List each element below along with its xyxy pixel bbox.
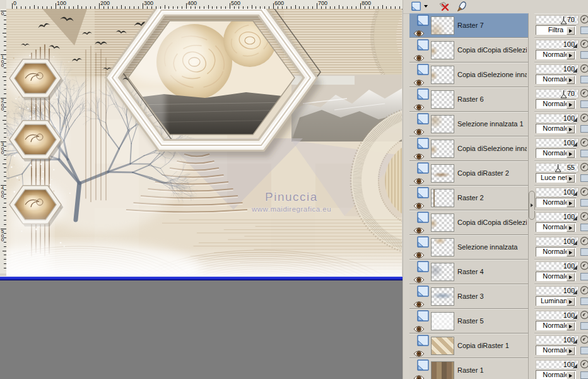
opacity-slider[interactable]: 100 [536, 188, 579, 197]
layer-row-raster-2[interactable]: Raster 2 [409, 186, 528, 210]
opacity-slider[interactable]: 100 [536, 360, 579, 370]
layer-thumbnail[interactable] [431, 287, 454, 306]
blend-mode-select[interactable]: Normale [536, 198, 576, 207]
blend-mode-select[interactable]: Normale [536, 346, 576, 355]
blend-mode-select[interactable]: Normale [536, 148, 576, 158]
layer-link-icon[interactable] [580, 224, 588, 231]
layer-link-icon[interactable] [580, 51, 588, 59]
blend-mode-arrow-button[interactable] [567, 199, 575, 207]
layer-thumbnail[interactable] [431, 337, 454, 355]
opacity-slider-thumb[interactable] [573, 44, 577, 48]
opacity-slider-thumb[interactable] [573, 142, 577, 147]
opacity-slider[interactable]: 100 [536, 311, 579, 320]
blend-mode-arrow-button[interactable] [567, 347, 575, 355]
blend-mode-arrow-button[interactable] [567, 27, 575, 35]
layer-row-copia-diraster-2[interactable]: Copia diRaster 2 [409, 161, 528, 186]
blend-mode-select[interactable]: Normale [536, 50, 576, 59]
opacity-slider[interactable]: 100 [536, 212, 579, 222]
layer-thumbnail[interactable] [431, 312, 454, 330]
opacity-slider-thumb[interactable] [573, 117, 577, 122]
layer-link-icon[interactable] [580, 371, 588, 379]
brush-variance-icon[interactable] [580, 236, 588, 248]
blend-mode-arrow-button[interactable] [567, 150, 575, 158]
new-layer-button[interactable] [408, 1, 430, 12]
layer-link-icon[interactable] [580, 76, 588, 83]
opacity-slider-thumb[interactable] [573, 216, 577, 220]
delete-layer-button[interactable] [436, 1, 452, 12]
layer-row-copia-dicopia-diselezione-in[interactable]: Copia diCopia diSelezione in [409, 210, 528, 235]
opacity-slider-thumb[interactable] [573, 68, 577, 73]
brush-variance-icon[interactable] [580, 162, 588, 174]
blend-mode-arrow-button[interactable] [567, 174, 575, 183]
layer-link-icon[interactable] [580, 174, 588, 182]
opacity-slider[interactable]: 100 [536, 114, 579, 123]
layer-link-icon[interactable] [580, 347, 588, 354]
opacity-slider[interactable]: 100 [536, 40, 579, 49]
blend-mode-arrow-button[interactable] [567, 298, 575, 306]
layer-thumbnail[interactable] [431, 189, 454, 207]
brush-variance-icon[interactable] [580, 64, 588, 76]
canvas-artwork[interactable]: Pinuccia www.maidiregrafica.eu [6, 9, 402, 276]
layer-thumbnail[interactable] [431, 115, 454, 133]
brush-variance-icon[interactable] [580, 88, 588, 100]
blend-mode-select[interactable]: Normale [536, 370, 576, 379]
layer-link-icon[interactable] [580, 322, 588, 330]
blend-mode-arrow-button[interactable] [567, 51, 575, 59]
brush-variance-icon[interactable] [580, 286, 588, 298]
blend-mode-select[interactable]: Normale [536, 75, 576, 84]
blend-mode-arrow-button[interactable] [567, 224, 575, 232]
brush-variance-icon[interactable] [580, 359, 588, 371]
brush-variance-icon[interactable] [580, 187, 588, 199]
opacity-slider[interactable]: 100 [536, 286, 579, 296]
layer-row-raster-1[interactable]: Raster 1 [409, 358, 528, 379]
opacity-slider-thumb[interactable] [573, 241, 577, 245]
opacity-slider-thumb[interactable] [573, 191, 577, 196]
opacity-slider[interactable]: 100 [536, 262, 579, 271]
layer-row-raster-4[interactable]: Raster 4 [409, 260, 528, 284]
layer-row-selezione-innalzata-1[interactable]: Selezione innalzata 1 [409, 112, 528, 136]
layer-row-copia-diselezione-innalzata[interactable]: Copia diSelezione innalzata [409, 136, 528, 161]
layer-row-copia-diselezione-innalzata[interactable]: Copia diSelezione innalzata [409, 63, 528, 87]
blend-mode-arrow-button[interactable] [567, 371, 575, 379]
blend-mode-select[interactable]: Normale [536, 99, 576, 109]
opacity-slider[interactable]: 100 [536, 138, 579, 148]
layer-thumbnail[interactable] [431, 66, 454, 84]
layer-thumbnail[interactable] [431, 16, 454, 35]
brush-variance-icon[interactable] [580, 261, 588, 273]
brush-variance-icon[interactable] [580, 39, 588, 51]
brush-variance-icon[interactable] [580, 113, 588, 125]
blend-mode-select[interactable]: Normale [536, 124, 576, 133]
layer-row-copia-diraster-1[interactable]: Copia diRaster 1 [409, 334, 528, 358]
layer-thumbnail[interactable] [431, 164, 454, 183]
blend-mode-select[interactable]: Filtra [536, 25, 576, 35]
blend-mode-select[interactable]: Luce netta [536, 173, 576, 183]
opacity-slider[interactable]: 55 [536, 163, 579, 172]
layer-link-icon[interactable] [580, 273, 588, 280]
layer-link-icon[interactable] [580, 100, 588, 108]
opacity-slider-thumb[interactable] [573, 315, 577, 319]
blend-mode-select[interactable]: Luminanza (L) [536, 296, 576, 306]
layer-thumbnail[interactable] [431, 263, 454, 281]
blend-mode-arrow-button[interactable] [567, 76, 575, 84]
layer-thumbnail[interactable] [431, 90, 454, 109]
layer-thumbnail[interactable] [431, 238, 454, 256]
blend-mode-select[interactable]: Normale [536, 247, 576, 256]
brush-variance-icon[interactable] [580, 138, 588, 150]
layer-link-icon[interactable] [580, 27, 588, 34]
opacity-slider[interactable]: 100 [536, 64, 579, 74]
opacity-slider[interactable]: 70 [536, 89, 579, 99]
opacity-slider[interactable]: 100 [536, 237, 579, 246]
opacity-slider[interactable]: 100 [536, 335, 579, 345]
layer-thumbnail[interactable] [431, 41, 454, 59]
layer-thumbnail[interactable] [431, 140, 454, 158]
layer-link-icon[interactable] [580, 298, 588, 305]
layer-row-raster-6[interactable]: Raster 6 [409, 87, 528, 112]
brush-variance-icon[interactable] [580, 310, 588, 322]
blend-mode-arrow-button[interactable] [567, 322, 575, 330]
layer-link-icon[interactable] [580, 150, 588, 157]
blend-mode-select[interactable]: Normale [536, 321, 576, 330]
blend-mode-arrow-button[interactable] [567, 100, 575, 109]
opacity-slider-thumb[interactable] [573, 339, 577, 344]
opacity-slider-thumb[interactable] [573, 364, 577, 368]
layer-thumbnail[interactable] [431, 214, 454, 232]
